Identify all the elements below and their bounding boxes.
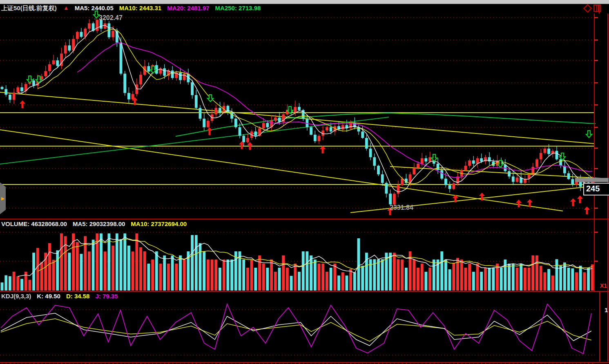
high-price-label: ←3202.47 [93,14,123,22]
volume-ma5-value: MA5: 29032398.00 [73,220,125,227]
volume-header: VOLUME: 46328068.00 MA5: 29032398.00 MA1… [1,220,187,227]
low-marker-icon: ← [384,205,389,211]
kdj-d-value: D: 34.58 [66,293,90,300]
chart-canvas[interactable] [0,0,609,364]
kdj-axis-label: 1 [605,306,608,313]
panes-icon[interactable] [593,4,601,12]
titlebar-icons [584,4,601,12]
symbol-title: 上证50(日线.前复权) [1,4,57,12]
kdj-header: KDJ(9,3,3) K: 49.50 D: 34.58 J: 79.35 [1,293,118,300]
ma20-value: MA20: 2481.97 [167,4,209,12]
expand-arrow-icon: ▶ [1,196,4,201]
kdj-j-value: J: 79.35 [95,293,118,300]
ma250-value: MA250: 2713.98 [215,4,261,12]
low-price-label: ←2331.84 [384,204,413,211]
ma5-value: MA5: 2440.05 [75,4,114,12]
volume-value: VOLUME: 46328068.00 [1,220,67,227]
up-arrow-icon: ▲ [63,4,69,12]
axis-highlight-bar [575,178,609,182]
last-price-tag: 245 [583,183,609,195]
gridlines-layer [0,18,597,355]
trading-terminal: 上证50(日线.前复权) ▲ MA5: 2440.05 MA10: 2443.3… [0,0,609,364]
kdj-k-value: K: 49.50 [37,293,60,300]
high-marker-icon: ← [93,15,98,21]
high-price-value: 3202.47 [99,14,123,21]
low-price-value: 2331.84 [390,204,413,211]
volume-ma10-value: MA10: 27372694.00 [131,220,187,227]
sidebar-expand-handle[interactable]: ▶ [0,182,6,214]
diamond-icon[interactable] [583,4,592,12]
volume-unit-label: X1 [600,282,607,289]
volume-layer [1,233,594,291]
kdj-layer [1,304,591,354]
main-chart-header: 上证50(日线.前复权) ▲ MA5: 2440.05 MA10: 2443.3… [1,4,261,12]
kdj-title: KDJ(9,3,3) [1,293,31,300]
ma10-value: MA10: 2443.31 [119,4,161,12]
